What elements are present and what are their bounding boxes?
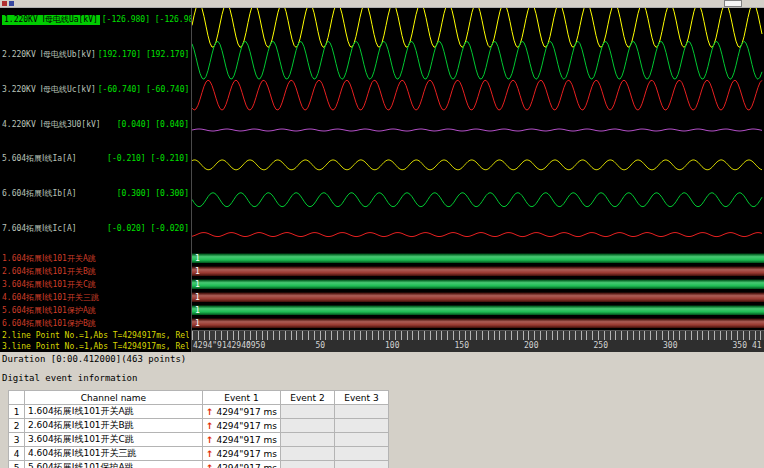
time-axis-tick-label: 300	[663, 341, 677, 350]
event-row[interactable]: 33.604拓展Ⅰ线101开关C跳↑ 4294"917 ms	[9, 433, 389, 447]
event-channel-name: 3.604拓展Ⅰ线101开关C跳	[25, 433, 203, 447]
rising-edge-arrow-icon: ↑	[206, 421, 214, 431]
cursor-status-line-2: 2.line Point No.=1,Abs T=4294917ms, Rel …	[2, 330, 189, 341]
event-channel-name: 2.604拓展Ⅰ线101开关B跳	[25, 419, 203, 433]
event-2-cell	[280, 447, 334, 461]
window-control-button[interactable]	[724, 0, 742, 7]
bottom-section: Duration [0:00.412000](463 points) Digit…	[0, 352, 764, 468]
digital-bar-row: 1	[192, 278, 764, 291]
event-3-cell	[334, 461, 388, 468]
digital-bar-row: 1	[192, 252, 764, 265]
event-table-body: 11.604拓展Ⅰ线101开关A跳↑ 4294"917 ms22.604拓展Ⅰ线…	[9, 405, 389, 468]
event-2-cell	[280, 461, 334, 468]
event-channel-name: 4.604拓展Ⅰ线101开关三跳	[25, 447, 203, 461]
cursor-status-line-3: 3.line Point No.=1,Abs T=4294917ms, Rel …	[2, 341, 189, 352]
analog-channel-label: 6.604拓展Ⅰ线Ib[A]	[2, 189, 77, 199]
time-axis-ticks	[192, 331, 764, 340]
digital-channel-label[interactable]: 2.604拓展Ⅰ线101开关B跳	[0, 265, 191, 278]
digital-state-value: 1	[195, 293, 200, 302]
event-time: 4294"917 ms	[214, 435, 277, 445]
event-3-cell	[334, 405, 388, 419]
window-icon-secondary	[9, 1, 14, 6]
duration-label: Duration [0:00.412000](463 points)	[0, 352, 764, 364]
time-axis[interactable]: 4294"914294"95005010015020025030035041	[192, 330, 764, 352]
event-row-number: 2	[9, 419, 25, 433]
event-1-cell: ↑ 4294"917 ms	[203, 419, 281, 433]
event-1-cell: ↑ 4294"917 ms	[203, 447, 281, 461]
analog-waveforms[interactable]	[192, 8, 763, 252]
waveform-trace	[192, 160, 762, 170]
event-1-cell: ↑ 4294"917 ms	[203, 461, 281, 468]
digital-channel-label[interactable]: 3.604拓展Ⅰ线101开关C跳	[0, 278, 191, 291]
analog-channel-label: 1.220KV Ⅰ母电线Ua[kV]	[2, 15, 100, 25]
time-axis-tick-label: 150	[455, 341, 469, 350]
digital-bar-row: 1	[192, 291, 764, 304]
digital-state-bar: 1	[192, 279, 764, 289]
time-axis-tick-label: 350	[733, 341, 747, 350]
digital-state-bar: 1	[192, 292, 764, 302]
event-channel-name: 1.604拓展Ⅰ线101开关A跳	[25, 405, 203, 419]
digital-state-value: 1	[195, 254, 200, 263]
rising-edge-arrow-icon: ↑	[206, 463, 214, 468]
waveform-trace	[192, 193, 762, 207]
analog-channel-row[interactable]: 1.220KV Ⅰ母电线Ua[kV][-126.980] [-126.980]	[0, 8, 191, 43]
event-1-cell: ↑ 4294"917 ms	[203, 405, 281, 419]
digital-channel-label[interactable]: 1.604拓展Ⅰ线101开关A跳	[0, 252, 191, 265]
digital-state-bar: 1	[192, 305, 764, 315]
digital-channel-list: 1.604拓展Ⅰ线101开关A跳2.604拓展Ⅰ线101开关B跳3.604拓展Ⅰ…	[0, 252, 191, 330]
time-axis-tick-label: 50	[316, 341, 326, 350]
ruler-labels: 4294"914294"95005010015020025030035041	[192, 340, 764, 352]
event-row[interactable]: 11.604拓展Ⅰ线101开关A跳↑ 4294"917 ms	[9, 405, 389, 419]
digital-state-value: 1	[195, 267, 200, 276]
digital-bar-row: 1	[192, 265, 764, 278]
event-row[interactable]: 44.604拓展Ⅰ线101开关三跳↑ 4294"917 ms	[9, 447, 389, 461]
digital-channel-label[interactable]: 5.604拓展Ⅰ线101保护A跳	[0, 304, 191, 317]
waveform-trace	[192, 41, 762, 79]
event-3-cell	[334, 447, 388, 461]
window-icon	[2, 1, 7, 6]
digital-channel-label[interactable]: 6.604拓展Ⅰ线101保护B跳	[0, 317, 191, 330]
event-row[interactable]: 22.604拓展Ⅰ线101开关B跳↑ 4294"917 ms	[9, 419, 389, 433]
waveform-trace	[192, 233, 762, 237]
analog-channel-row[interactable]: 3.220KV Ⅰ母电线Uc[kV][-60.740] [-60.740]	[0, 78, 191, 113]
analog-channel-row[interactable]: 5.604拓展Ⅰ线Ia[A][-0.210] [-0.210]	[0, 147, 191, 182]
event-row-number: 5	[9, 461, 25, 468]
header-event-2: Event 2	[280, 391, 334, 405]
analog-channel-list: 1.220KV Ⅰ母电线Ua[kV][-126.980] [-126.980]2…	[0, 8, 191, 252]
event-row[interactable]: 55.604拓展Ⅰ线101保护A跳↑ 4294"917 ms	[9, 461, 389, 468]
time-axis-start-label: 4294"914294"950	[193, 341, 265, 350]
digital-channel-label[interactable]: 4.604拓展Ⅰ线101开关三跳	[0, 291, 191, 304]
analog-channel-row[interactable]: 4.220KV Ⅰ母电线3U0[kV][0.040] [0.040]	[0, 113, 191, 148]
analog-channel-label: 7.604拓展Ⅰ线Ic[A]	[2, 224, 77, 234]
digital-bar-row: 1	[192, 317, 764, 330]
analog-channel-label: 3.220KV Ⅰ母电线Uc[kV]	[2, 85, 96, 95]
analog-channel-values: [0.040] [0.040]	[117, 120, 189, 130]
analog-channel-row[interactable]: 7.604拓展Ⅰ线Ic[A][-0.020] [-0.020]	[0, 217, 191, 252]
digital-event-section-title: Digital event information	[0, 364, 764, 383]
analog-channel-row[interactable]: 6.604拓展Ⅰ线Ib[A][0.300] [0.300]	[0, 182, 191, 217]
waveform-trace	[192, 80, 762, 110]
analog-channel-values: [-0.020] [-0.020]	[107, 224, 189, 234]
waveform-trace	[192, 8, 762, 47]
rising-edge-arrow-icon: ↑	[206, 435, 214, 445]
analog-channel-values: [-0.210] [-0.210]	[107, 154, 189, 164]
digital-bars[interactable]: 111111	[192, 252, 764, 330]
event-time: 4294"917 ms	[214, 449, 277, 459]
fault-recorder-app: { "accent_colors": { "selected_channel_b…	[0, 0, 764, 468]
event-3-cell	[334, 433, 388, 447]
analog-channel-values: [192.170] [192.170]	[98, 50, 190, 60]
event-2-cell	[280, 419, 334, 433]
digital-state-value: 1	[195, 280, 200, 289]
event-2-cell	[280, 433, 334, 447]
digital-state-bar: 1	[192, 253, 764, 263]
waveform-plot-area[interactable]: 111111 4294"914294"950050100150200250300…	[192, 8, 764, 352]
analog-channel-values: [0.300] [0.300]	[117, 189, 189, 199]
cursor-status: 2.line Point No.=1,Abs T=4294917ms, Rel …	[0, 330, 191, 352]
header-event-1: Event 1	[203, 391, 281, 405]
event-channel-name: 5.604拓展Ⅰ线101保护A跳	[25, 461, 203, 468]
analog-channel-row[interactable]: 2.220KV Ⅰ母电线Ub[kV][192.170] [192.170]	[0, 43, 191, 78]
time-axis-tick-label: 100	[385, 341, 399, 350]
event-time: 4294"917 ms	[214, 407, 277, 417]
event-row-number: 3	[9, 433, 25, 447]
digital-state-bar: 1	[192, 266, 764, 276]
